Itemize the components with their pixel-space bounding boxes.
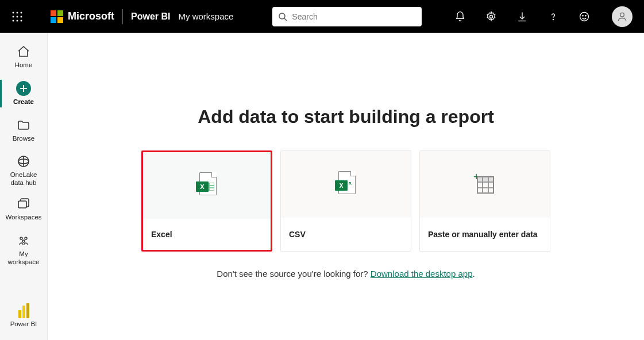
source-card-paste[interactable]: + Paste or manually enter data — [419, 150, 550, 252]
header-actions — [451, 6, 637, 27]
svg-point-0 — [13, 11, 14, 13]
card-label: Paste or manually enter data — [428, 229, 538, 240]
waffle-icon — [12, 11, 22, 22]
sidebar-item-browse[interactable]: Browse — [0, 112, 47, 149]
card-label: Excel — [151, 229, 172, 240]
person-icon — [616, 11, 628, 22]
help-button[interactable] — [544, 7, 562, 26]
sidebar-item-label: Create — [13, 98, 34, 106]
sidebar-item-powerbi[interactable]: Power BI — [0, 298, 47, 334]
folder-icon — [16, 118, 31, 133]
bell-icon — [454, 11, 466, 22]
sidebar-item-label: My workspace — [8, 250, 40, 266]
svg-point-15 — [585, 15, 586, 16]
header-divider — [122, 9, 123, 24]
sidebar-item-label: Browse — [13, 135, 34, 143]
body: Home Create Browse OneLake data hub — [0, 33, 644, 340]
search-input[interactable] — [292, 12, 416, 21]
excel-file-icon: X — [196, 172, 218, 199]
download-button[interactable] — [513, 7, 531, 26]
brand: Microsoft — [51, 10, 114, 23]
create-icon — [16, 81, 31, 96]
sidebar-item-label: Workspaces — [5, 214, 41, 222]
source-card-csv[interactable]: Xa, CSV — [280, 150, 411, 252]
svg-point-6 — [13, 20, 14, 21]
svg-point-4 — [17, 16, 18, 17]
sidebar-item-onelake[interactable]: OneLake data hub — [0, 148, 47, 191]
sidebar-item-label: OneLake data hub — [10, 171, 37, 187]
source-card-excel[interactable]: X Excel — [141, 150, 272, 252]
svg-point-8 — [21, 20, 22, 21]
sidebar-item-home[interactable]: Home — [0, 38, 47, 75]
sidebar: Home Create Browse OneLake data hub — [0, 33, 48, 340]
svg-point-22 — [20, 237, 22, 239]
notifications-button[interactable] — [451, 7, 469, 26]
svg-point-9 — [279, 13, 285, 19]
hint-line: Don't see the source you're looking for?… — [217, 269, 475, 279]
brand-text: Microsoft — [68, 10, 114, 22]
myworkspace-icon — [16, 233, 31, 248]
header-bar: Microsoft Power BI My workspace — [0, 0, 644, 33]
svg-point-24 — [22, 240, 25, 242]
download-desktop-link[interactable]: Download the desktop app — [371, 269, 473, 279]
svg-point-23 — [25, 237, 27, 239]
download-icon — [516, 11, 528, 22]
svg-point-16 — [620, 13, 624, 17]
sidebar-item-myworkspace[interactable]: My workspace — [0, 227, 47, 270]
svg-point-3 — [13, 16, 14, 17]
sidebar-item-label: Power BI — [10, 320, 37, 329]
settings-button[interactable] — [482, 7, 500, 26]
workspaces-icon — [16, 196, 31, 211]
search-box[interactable] — [272, 7, 422, 26]
svg-point-12 — [553, 19, 553, 20]
powerbi-icon — [17, 303, 30, 318]
card-label: CSV — [289, 229, 306, 240]
source-cards: X Excel Xa, CSV — [141, 150, 550, 252]
sidebar-item-workspaces[interactable]: Workspaces — [0, 191, 47, 227]
hint-prefix: Don't see the source you're looking for? — [217, 269, 371, 279]
svg-point-1 — [17, 11, 18, 13]
svg-rect-21 — [18, 201, 26, 208]
page-title: Add data to start building a report — [198, 106, 494, 128]
app-root: Microsoft Power BI My workspace — [0, 0, 644, 340]
csv-file-icon: Xa, — [335, 171, 357, 198]
svg-point-13 — [580, 12, 589, 21]
search-icon — [278, 12, 287, 21]
main-content: Add data to start building a report X Ex… — [48, 33, 644, 340]
account-avatar[interactable] — [612, 6, 633, 27]
home-icon — [16, 44, 31, 59]
gear-icon — [485, 11, 497, 22]
sidebar-item-label: Home — [15, 61, 33, 69]
hint-suffix: . — [473, 269, 475, 279]
microsoft-logo-icon — [51, 10, 63, 23]
feedback-button[interactable] — [575, 7, 593, 26]
svg-line-10 — [284, 18, 287, 21]
smiley-icon — [579, 11, 590, 22]
manual-data-icon: + — [473, 173, 496, 196]
question-icon — [547, 11, 559, 22]
svg-point-7 — [17, 20, 18, 21]
svg-point-2 — [21, 11, 22, 13]
svg-point-5 — [21, 16, 22, 17]
product-name: Power BI — [131, 11, 170, 22]
workspace-breadcrumb[interactable]: My workspace — [178, 11, 233, 21]
svg-point-14 — [583, 15, 583, 16]
svg-point-11 — [490, 15, 493, 18]
app-launcher-button[interactable] — [7, 6, 28, 27]
onelake-icon — [16, 154, 31, 169]
sidebar-item-create[interactable]: Create — [0, 75, 47, 112]
